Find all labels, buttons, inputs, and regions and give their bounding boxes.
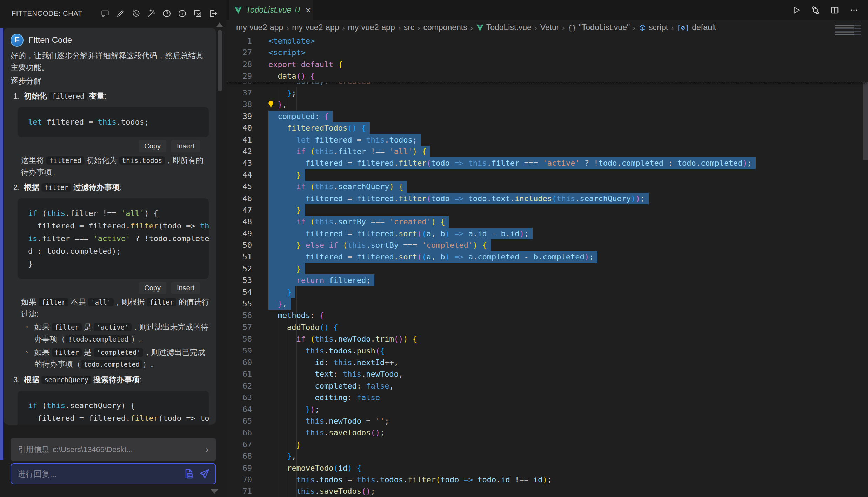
line-number: 47 <box>226 204 268 216</box>
breadcrumb-item-src[interactable]: src <box>404 23 415 32</box>
close-window-icon[interactable] <box>193 9 202 18</box>
chat-code-block: if (this.searchQuery) { filtered = filte… <box>18 391 209 425</box>
code-text: methods: { <box>268 310 324 321</box>
lightbulb-icon[interactable] <box>266 100 275 109</box>
more-icon[interactable] <box>849 5 859 15</box>
line-number: 52 <box>226 263 268 274</box>
breadcrumb-label: components <box>423 23 467 32</box>
attach-image-icon[interactable] <box>182 468 194 480</box>
run-or-debug-icon[interactable] <box>810 5 820 15</box>
chat-scroll-down-button[interactable] <box>211 489 218 494</box>
code-line: 1<template> <box>226 35 868 47</box>
breadcrumb-separator-icon: › <box>633 24 635 32</box>
insert-button[interactable]: Insert <box>171 140 200 152</box>
breadcrumb-label: script <box>649 23 668 32</box>
sign-out-icon[interactable] <box>208 9 218 18</box>
insert-button[interactable]: Insert <box>171 282 200 294</box>
breadcrumb-item-vetur[interactable]: Vetur <box>540 23 559 32</box>
code-text: } else if (this.sortBy === 'completed') … <box>268 239 491 251</box>
code-line: 64 }); <box>226 404 868 415</box>
line-number: 43 <box>226 157 268 169</box>
code-line: 52 } <box>226 263 868 274</box>
code-text: removeTodo(id) { <box>268 462 361 474</box>
breadcrumb-label: src <box>404 23 415 32</box>
code-line: 70 this.todos = this.todos.filter(todo =… <box>226 474 868 485</box>
copy-button[interactable]: Copy <box>139 140 166 152</box>
code-line: 36 sortBy: 'created' <box>226 82 868 87</box>
line-number: 51 <box>226 251 268 263</box>
chat-scrollbar-thumb[interactable] <box>218 30 222 91</box>
code-text: } <box>268 286 295 298</box>
breadcrumb-item-components[interactable]: components <box>423 23 467 32</box>
code-line: 63 editing: false <box>226 392 868 403</box>
breadcrumb-item-default[interactable]: [⊘]default <box>677 23 716 32</box>
breadcrumb-item-my-vue2-app[interactable]: my-vue2-app <box>292 23 339 32</box>
chat-list-item: 3.根据 searchQuery 搜索待办事项: <box>11 374 210 386</box>
vue-file-icon <box>234 6 242 14</box>
help-icon[interactable] <box>162 9 172 18</box>
chat-panel-title: FITTENCODE: CHAT <box>12 9 82 18</box>
assistant-name: Fitten Code <box>28 35 72 45</box>
code-text: }, <box>268 298 291 310</box>
line-number: 42 <box>226 146 268 157</box>
run-icon[interactable] <box>791 5 801 15</box>
breadcrumb-label: "TodoList.vue" <box>579 23 630 32</box>
breadcrumb-item--todolist-vue-[interactable]: {}"TodoList.vue" <box>568 23 630 32</box>
send-icon[interactable] <box>199 468 211 480</box>
code-line: 40 filteredTodos() { <box>226 122 868 134</box>
line-number: 66 <box>226 427 268 438</box>
code-line: 60 id: this.nextId++, <box>226 357 868 368</box>
chat-code-line: is.filter === 'active' ? !todo.complete <box>28 232 209 245</box>
message-accent-bar <box>0 28 3 460</box>
code-text: editing: false <box>268 392 380 403</box>
line-number: 29 <box>226 70 268 82</box>
code-line: 49 filtered = filtered.sort((a, b) => a.… <box>226 228 868 239</box>
line-number: 53 <box>226 274 268 286</box>
code-line: 62 completed: false, <box>226 380 868 392</box>
code-line: 37 }; <box>226 87 868 99</box>
comment-icon[interactable] <box>100 9 110 18</box>
line-number: 63 <box>226 392 268 403</box>
edit-icon[interactable] <box>116 9 125 18</box>
code-line: 51 filtered = filtered.sort((a, b) => a.… <box>226 251 868 263</box>
breadcrumb-separator-icon: › <box>398 24 401 32</box>
chat-scroll-up-button[interactable] <box>216 22 223 27</box>
breadcrumb-label: my-vue2-app <box>236 23 283 32</box>
chat-message: F Fitten Code 好的，让我们逐步分解并详细解释这段代码，然后总结其主… <box>4 28 216 425</box>
list-number: 1. <box>13 90 24 102</box>
reference-info-bar[interactable]: 引用信息 c:\Users\13465\Deskt... › <box>11 438 216 461</box>
partially-scrolled-line: 36 sortBy: 'created' <box>226 82 868 87</box>
git-untracked-badge: U <box>295 6 300 14</box>
editor-scrollbar-thumb[interactable] <box>863 82 868 160</box>
code-line: 47 } <box>226 204 868 216</box>
code-text: }; <box>268 87 296 99</box>
breadcrumb-item-my-vue2-app[interactable]: my-vue2-app <box>348 23 395 32</box>
line-number: 69 <box>226 462 268 474</box>
chevron-right-icon[interactable]: › <box>206 445 208 455</box>
line-number: 37 <box>226 87 268 99</box>
code-editor[interactable]: 36 sortBy: 'created' 37 };38 },39 comput… <box>226 35 868 497</box>
magic-wand-icon[interactable] <box>147 9 156 18</box>
breadcrumb-item-script[interactable]: script <box>639 23 668 32</box>
breadcrumb-label: my-vue2-app <box>292 23 339 32</box>
tab-close-icon[interactable]: × <box>306 6 311 15</box>
breadcrumb-separator-icon: › <box>671 24 674 32</box>
tab-todolist-vue[interactable]: TodoList.vue U × <box>229 0 313 20</box>
history-icon[interactable] <box>131 9 141 18</box>
tab-bar: TodoList.vue U × <box>226 0 868 20</box>
line-number: 65 <box>226 415 268 427</box>
line-number: 50 <box>226 239 268 251</box>
breadcrumb-item-my-vue2-app[interactable]: my-vue2-app <box>236 23 283 32</box>
code-text: completed: false, <box>268 380 394 392</box>
copy-button[interactable]: Copy <box>139 282 166 294</box>
code-text: } <box>268 439 301 450</box>
info-icon[interactable] <box>178 9 187 18</box>
chat-code-line: filtered = filtered.filter(todo => to <box>28 412 209 425</box>
split-editor-icon[interactable] <box>830 5 840 15</box>
code-text: this.todos = this.todos.filter(todo => t… <box>268 474 552 485</box>
code-text: export default { <box>268 59 343 70</box>
breadcrumb-item-todolist-vue[interactable]: TodoList.vue <box>476 23 532 32</box>
chat-code-line: } <box>28 258 209 270</box>
code-line: 54 } <box>226 286 868 298</box>
reply-input[interactable]: 进行回复... <box>11 463 216 484</box>
